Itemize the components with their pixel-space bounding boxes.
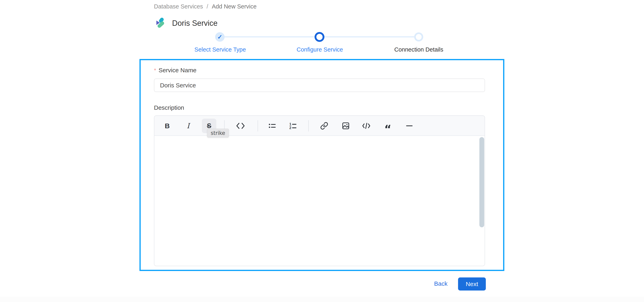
inline-code-button[interactable]: [233, 118, 248, 133]
back-button[interactable]: Back: [434, 280, 448, 287]
ordered-list-icon: 1 2: [288, 122, 297, 130]
link-button[interactable]: [317, 118, 332, 133]
next-button[interactable]: Next: [458, 278, 486, 290]
breadcrumb: Database Services / Add New Service: [154, 3, 256, 10]
horizontal-rule-icon: [406, 126, 412, 126]
step-connection-details-indicator[interactable]: [414, 32, 423, 42]
bullet-list-icon: [268, 122, 276, 130]
italic-icon: I: [187, 122, 190, 130]
step-select-service-type-indicator[interactable]: ✓: [215, 32, 224, 42]
step-label-connection-details: Connection Details: [394, 46, 443, 53]
svg-text:2: 2: [290, 126, 292, 130]
description-editor: B I S: [154, 115, 485, 266]
bold-button[interactable]: B: [160, 118, 174, 133]
bold-icon: B: [165, 122, 170, 130]
step-label-select-service-type[interactable]: Select Service Type: [194, 46, 246, 53]
service-name-label-row: * Service Name: [154, 67, 196, 74]
horizontal-rule-button[interactable]: [402, 118, 416, 133]
add-service-page: Database Services / Add New Service Dori…: [0, 0, 644, 302]
strike-tooltip: strike: [207, 129, 229, 138]
editor-toolbar: B I S: [154, 116, 484, 136]
editor-scrollbar-thumb[interactable]: [480, 137, 484, 227]
italic-button[interactable]: I: [181, 118, 196, 133]
service-name-input[interactable]: [154, 78, 485, 92]
service-name-label: Service Name: [158, 67, 196, 74]
configure-service-form-panel: * Service Name Description B I S: [140, 59, 504, 271]
bullet-list-button[interactable]: [265, 118, 279, 133]
service-header: Doris Service: [155, 17, 218, 29]
editor-content-area[interactable]: [154, 136, 484, 266]
breadcrumb-database-services[interactable]: Database Services: [154, 3, 203, 10]
doris-logo-icon: [155, 17, 166, 29]
page-bottom-strip: [0, 297, 644, 302]
step-label-configure-service[interactable]: Configure Service: [297, 46, 343, 53]
blockquote-button[interactable]: “: [380, 118, 395, 133]
image-icon: [342, 122, 350, 130]
page-title: Doris Service: [172, 19, 218, 28]
image-button[interactable]: [338, 118, 353, 133]
required-asterisk: *: [154, 67, 156, 74]
toolbar-divider: [308, 120, 309, 132]
check-icon: ✓: [217, 34, 222, 40]
code-block-icon: [362, 122, 370, 129]
description-label: Description: [154, 104, 184, 111]
step-configure-service-indicator[interactable]: [314, 32, 324, 42]
ordered-list-button[interactable]: 1 2: [286, 118, 300, 133]
breadcrumb-add-new-service: Add New Service: [212, 3, 256, 10]
link-icon: [320, 122, 328, 130]
code-block-button[interactable]: [359, 118, 374, 133]
inline-code-icon: [236, 122, 245, 129]
breadcrumb-separator: /: [206, 3, 208, 10]
toolbar-divider: [258, 120, 258, 132]
